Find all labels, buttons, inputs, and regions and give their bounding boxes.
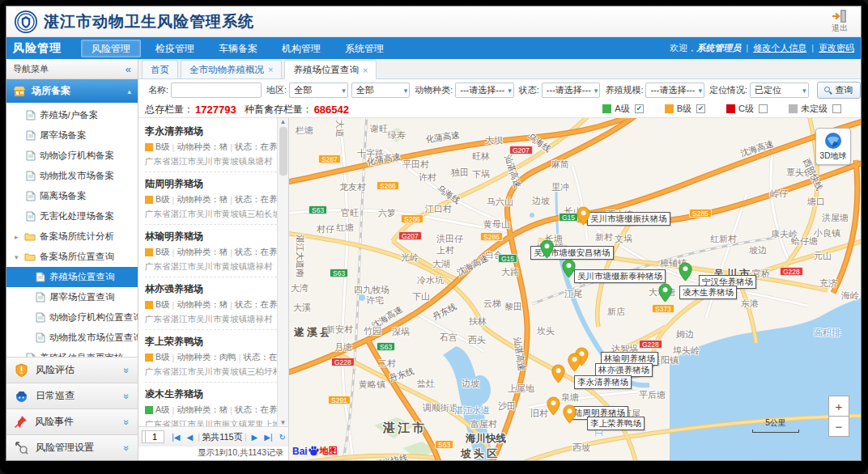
marker-label[interactable]: 李上荣养鸭场 <box>587 417 645 430</box>
map-pin-林亦强养猪场[interactable] <box>568 353 581 373</box>
sidebar-collapse-icon[interactable]: « <box>126 63 131 75</box>
farm-list-scrollbar[interactable]: ▲▼ <box>277 118 288 426</box>
location-select[interactable]: 已定位▾ <box>750 83 809 98</box>
sidebar-item-养殖场/户备案[interactable]: 养殖场/户备案 <box>6 105 138 125</box>
chevron-expand-icon: » <box>121 419 133 425</box>
sidebar-item-无害化处理场备案[interactable]: 无害化处理场备案 <box>6 206 138 226</box>
sidebar-item-label: 无害化处理场备案 <box>40 210 114 222</box>
tree-collapsed-icon[interactable]: ▸ <box>15 233 23 241</box>
nav-tab-风险管理[interactable]: 风险管理 <box>81 40 141 57</box>
legend-item-未定级: 未定级 <box>789 103 841 115</box>
storefront-icon <box>13 86 26 97</box>
sidebar-item-备案场所位置查询[interactable]: ▾备案场所位置查询 <box>6 247 138 267</box>
map-label: 元山 <box>814 250 832 262</box>
sidebar-item-动物诊疗机构备案[interactable]: 动物诊疗机构备案 <box>6 146 138 166</box>
map-pin-宁汉华养猪场[interactable] <box>679 262 692 282</box>
sidebar-item-隔离场备案[interactable]: 隔离场备案 <box>6 186 138 206</box>
logout-icon <box>832 9 848 23</box>
map-pin-吴川市塘缀振扶猪场[interactable] <box>577 206 590 226</box>
map-viewport[interactable]: 栏塘大道谢旺绿寿十字路化蒲高速化蒲高速平田村许村龙友村官旺六箩江口村马六山黄母山… <box>289 118 861 460</box>
next-page-button[interactable]: ▶ <box>252 433 258 442</box>
farm-list-panel: 李永清养猪场B级|动物种类：猪|状态：在养广东省湛江市吴川市黄坡镇泉塘村陆周明养… <box>138 118 289 460</box>
farm-grade: B级 <box>155 352 170 363</box>
tab-首页[interactable]: 首页 <box>142 60 178 78</box>
refresh-button[interactable]: ↻ <box>279 433 286 442</box>
map-label: 新店 <box>607 306 625 318</box>
scale-select[interactable]: ---请选择---▾ <box>645 83 704 98</box>
map-pin-凌木生养猪场[interactable] <box>658 283 672 303</box>
status-select[interactable]: ---请选择---▾ <box>542 83 601 98</box>
sidebar-item-养殖场位置查询[interactable]: 养殖场位置查询 <box>6 267 138 287</box>
map-label: 泉塘 <box>561 391 579 404</box>
marker-label[interactable]: 吴川市塘缀振扶猪场 <box>587 212 670 226</box>
farm-list-item[interactable]: 凌木生养猪场A级|动物种类：猪|状态：在养广东省湛江市吴川市振文镇罗里上地村 <box>145 383 277 426</box>
map-pin-李上荣养鸭场[interactable] <box>563 404 577 425</box>
page-number-input[interactable] <box>145 430 164 443</box>
sidebar-item-屠宰场位置查询[interactable]: 屠宰场位置查询 <box>6 287 138 307</box>
first-page-button[interactable]: |◀ <box>172 433 180 442</box>
map-label: 东港 <box>741 298 759 310</box>
legend-checkbox[interactable] <box>832 104 841 113</box>
grade-color-swatch <box>145 143 153 151</box>
map-pin-吴川市塘缀新泰种猪场[interactable] <box>562 259 576 279</box>
farm-list-item[interactable]: 李上荣养鸭场B级|动物种类：肉鸭|状态：在养广东省湛江市吴川市黄坡镇三柏圩村 <box>145 330 277 383</box>
sidebar-section-premises[interactable]: 场所备案 ▴ <box>6 79 138 103</box>
road-badge-S287: S287 <box>318 154 341 163</box>
close-icon[interactable]: × <box>363 66 368 75</box>
last-page-button[interactable]: ▶| <box>264 433 272 442</box>
sidebar-item-label: 备案场所位置查询 <box>40 251 114 263</box>
tab-养殖场位置查询[interactable]: 养殖场位置查询× <box>284 60 377 79</box>
sidebar-section-风险管理设置[interactable]: 风险管理设置» <box>6 434 138 460</box>
sidebar-item-养殖场信息变更审核[interactable]: 养殖场信息变更审核 <box>6 348 138 357</box>
map-label: 洪田仔 <box>436 233 463 245</box>
nav-tab-机构管理[interactable]: 机构管理 <box>272 40 330 57</box>
map-label: 黄母山 <box>483 218 510 231</box>
zoom-in-button[interactable]: + <box>828 396 849 417</box>
farm-list-item[interactable]: 李永清养猪场B级|动物种类：猪|状态：在养广东省湛江市吴川市黄坡镇泉塘村 <box>145 120 277 172</box>
map-label: 高积排 <box>814 327 840 339</box>
sidebar-item-备案场所统计分析[interactable]: ▸备案场所统计分析 <box>6 226 138 247</box>
marker-label[interactable]: 凌木生养猪场 <box>679 286 737 299</box>
page-label: 第 <box>202 431 211 443</box>
map-pin-李永清养猪场[interactable] <box>551 364 565 384</box>
farm-list-item[interactable]: 陆周明养猪场B级|动物种类：猪|状态：在养广东省湛江市吴川市黄坡镇三柏长坡村 <box>145 172 277 225</box>
tab-全市动物养殖概况[interactable]: 全市动物养殖概况× <box>181 60 282 78</box>
change-password-link[interactable]: 更改密码 <box>819 43 854 53</box>
sidebar-item-屠宰场备案[interactable]: 屠宰场备案 <box>6 125 138 146</box>
region-select-2[interactable]: 全部▾ <box>351 83 411 98</box>
sidebar-item-动物批发市场位置查询[interactable]: 动物批发市场位置查询 <box>6 328 138 348</box>
sidebar-item-动物诊疗机构位置查询[interactable]: 动物诊疗机构位置查询 <box>6 307 138 328</box>
nav-tab-系统管理[interactable]: 系统管理 <box>335 40 394 57</box>
nav-tab-检疫管理[interactable]: 检疫管理 <box>146 40 204 57</box>
logout-button[interactable]: 退出 <box>832 9 848 34</box>
marker-label[interactable]: 吴川市塘缀新泰种猪场 <box>574 269 666 283</box>
sidebar-item-动物批发市场备案[interactable]: 动物批发市场备案 <box>6 166 138 186</box>
prev-page-button[interactable]: ◀ <box>187 433 194 442</box>
close-icon[interactable]: × <box>268 65 273 74</box>
legend-checkbox[interactable]: ✔ <box>635 104 644 113</box>
sidebar-section-风险事件[interactable]: 风险事件» <box>6 408 138 434</box>
edit-profile-link[interactable]: 修改个人信息 <box>753 43 806 53</box>
legend-checkbox[interactable]: ✔ <box>696 104 705 113</box>
sidebar-section-日常巡查[interactable]: 日常巡查» <box>6 383 138 408</box>
map-pin-吴川市塘缀安昌猪场[interactable] <box>540 239 554 260</box>
globe-3d-button[interactable]: 3D地球 <box>815 128 851 165</box>
farm-list-item[interactable]: 林瑜明养猪场B级|动物种类：猪|状态：在养广东省湛江市吴川市黄坡镇塘禄村 <box>145 225 277 277</box>
road-badge-G207: G207 <box>398 231 422 240</box>
tree-expanded-icon[interactable]: ▾ <box>15 253 23 261</box>
map-scale: 5公里 <box>752 417 799 433</box>
search-icon <box>824 87 832 95</box>
marker-label[interactable]: 李永清养猪场 <box>574 375 632 389</box>
search-button[interactable]: 查询 <box>817 82 861 99</box>
nav-tab-车辆备案[interactable]: 车辆备案 <box>209 40 267 57</box>
farm-address: 广东省湛江市吴川市黄坡镇泉塘村 <box>145 156 277 167</box>
map-label: 西坡 <box>572 442 590 454</box>
region-select-1[interactable]: 全部▾ <box>289 83 348 98</box>
farm-list-item[interactable]: 林亦强养猪场B级|动物种类：猪|状态：在养广东省湛江市吴川市黄坡镇塘禄村 <box>145 277 277 330</box>
name-filter-input[interactable] <box>171 83 262 98</box>
legend-checkbox[interactable] <box>759 104 768 113</box>
sidebar-section-风险评估[interactable]: 风险评估» <box>6 357 138 383</box>
map-pin-陆周明养猪场[interactable] <box>547 396 560 417</box>
species-select[interactable]: ---请选择---▾ <box>455 83 514 98</box>
zoom-out-button[interactable]: − <box>828 416 849 437</box>
